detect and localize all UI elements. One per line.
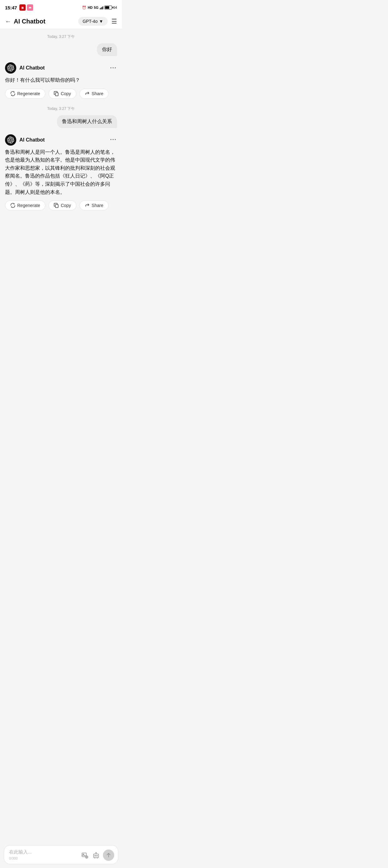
regenerate-label-2: Regenerate	[17, 203, 40, 208]
timestamp-2: Today, 3:27 下午	[0, 101, 122, 114]
back-button[interactable]: ←	[5, 18, 11, 25]
regenerate-label-1: Regenerate	[17, 91, 40, 96]
svg-point-4	[30, 7, 31, 8]
ai-text-1: 你好！有什么我可以帮助你的吗？	[5, 76, 117, 84]
header-right: GPT-4o ▼ ☰	[78, 17, 117, 26]
svg-rect-5	[29, 7, 31, 7]
ai-name-1: AI Chatbot	[20, 65, 45, 71]
chevron-down-icon: ▼	[99, 19, 103, 24]
signal-icon	[100, 6, 103, 9]
chat-area: Today, 3:27 下午 你好 AI Chatbot ⋮ 你好！有什么我可以…	[0, 29, 122, 269]
app-icons: 微	[20, 4, 33, 11]
copy-label-1: Copy	[61, 91, 71, 96]
model-selector-button[interactable]: GPT-4o ▼	[78, 17, 108, 26]
svg-rect-6	[55, 93, 58, 96]
ai-avatar-1	[5, 62, 16, 73]
share-label-1: Share	[92, 91, 103, 96]
share-button-2[interactable]: Share	[79, 200, 108, 210]
ai-identity-1: AI Chatbot	[5, 62, 45, 73]
ai-avatar-2	[5, 134, 16, 146]
ai-text-2: 鲁迅和周树人是同一个人。鲁迅是周树人的笔名，也是他最为人熟知的名字。他是中国现代…	[5, 148, 117, 196]
copy-icon-1	[54, 91, 59, 96]
share-label-2: Share	[92, 203, 103, 208]
user-bubble-1: 你好	[97, 43, 117, 56]
share-button-1[interactable]: Share	[79, 89, 108, 99]
share-icon-2	[85, 203, 90, 208]
network-type: 5G	[94, 6, 99, 9]
share-icon-1	[85, 91, 90, 96]
user-message-1-wrap: 你好	[0, 42, 122, 57]
app-icon-2	[27, 4, 33, 11]
more-options-2[interactable]: ⋮	[109, 136, 117, 143]
ai-header-2: AI Chatbot ⋮	[5, 134, 117, 146]
status-right: ⏰ HD 5G 64	[82, 6, 117, 10]
more-options-1[interactable]: ⋮	[109, 65, 117, 71]
regenerate-icon-2	[10, 203, 15, 208]
header: ← AI Chatbot GPT-4o ▼ ☰	[0, 14, 122, 29]
user-bubble-2: 鲁迅和周树人什么关系	[57, 115, 117, 128]
svg-rect-7	[55, 205, 58, 208]
battery-icon	[104, 6, 112, 9]
header-left: ← AI Chatbot	[5, 18, 45, 25]
copy-icon-2	[54, 203, 59, 208]
user-message-2-wrap: 鲁迅和周树人什么关系	[0, 114, 122, 129]
timestamp-1: Today, 3:27 下午	[0, 29, 122, 42]
ai-name-2: AI Chatbot	[20, 137, 45, 143]
alarm-icon: ⏰	[82, 6, 86, 10]
ai-message-2-wrap: AI Chatbot ⋮ 鲁迅和周树人是同一个人。鲁迅是周树人的笔名，也是他最为…	[0, 132, 122, 213]
action-buttons-2: Regenerate Copy Share	[5, 200, 117, 210]
svg-rect-2	[28, 6, 32, 9]
copy-button-1[interactable]: Copy	[48, 89, 76, 99]
ai-message-1-wrap: AI Chatbot ⋮ 你好！有什么我可以帮助你的吗？ Regenerate	[0, 60, 122, 101]
status-bar: 15:47 微 ⏰ HD 5G	[0, 0, 122, 14]
model-selector-label: GPT-4o	[83, 19, 98, 24]
copy-label-2: Copy	[61, 203, 71, 208]
ai-header-1: AI Chatbot ⋮	[5, 62, 117, 73]
svg-text:微: 微	[21, 7, 24, 9]
action-buttons-1: Regenerate Copy Share	[5, 89, 117, 99]
regenerate-button-1[interactable]: Regenerate	[5, 89, 45, 99]
regenerate-button-2[interactable]: Regenerate	[5, 200, 45, 210]
copy-button-2[interactable]: Copy	[48, 200, 76, 210]
menu-button[interactable]: ☰	[111, 18, 117, 25]
page-title: AI Chatbot	[14, 18, 45, 25]
ai-identity-2: AI Chatbot	[5, 134, 45, 146]
battery-level: 64	[113, 6, 117, 9]
svg-point-3	[29, 7, 30, 8]
hd-indicator: HD	[88, 6, 93, 9]
status-time: 15:47	[5, 5, 17, 10]
app-icon-1: 微	[20, 4, 26, 11]
regenerate-icon-1	[10, 91, 15, 96]
